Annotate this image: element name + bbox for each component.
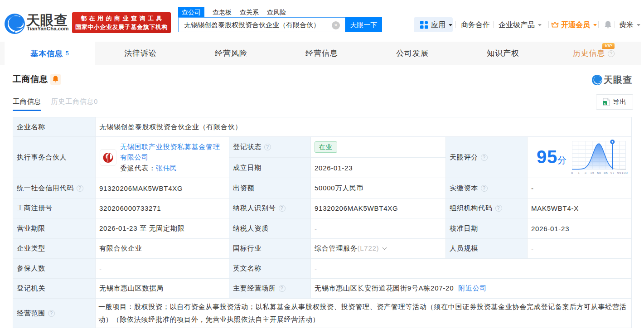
svg-text:97: 97 <box>610 171 615 174</box>
svg-text:99: 99 <box>617 171 621 174</box>
svg-text:0: 0 <box>571 171 573 174</box>
svg-text:3: 3 <box>585 171 587 174</box>
svg-text:x: x <box>604 102 606 106</box>
svg-text:15: 15 <box>590 171 594 174</box>
svg-text:1: 1 <box>578 171 580 174</box>
svg-text:85: 85 <box>604 171 608 174</box>
svg-text:50: 50 <box>597 171 601 174</box>
svg-text:100: 100 <box>622 171 628 174</box>
